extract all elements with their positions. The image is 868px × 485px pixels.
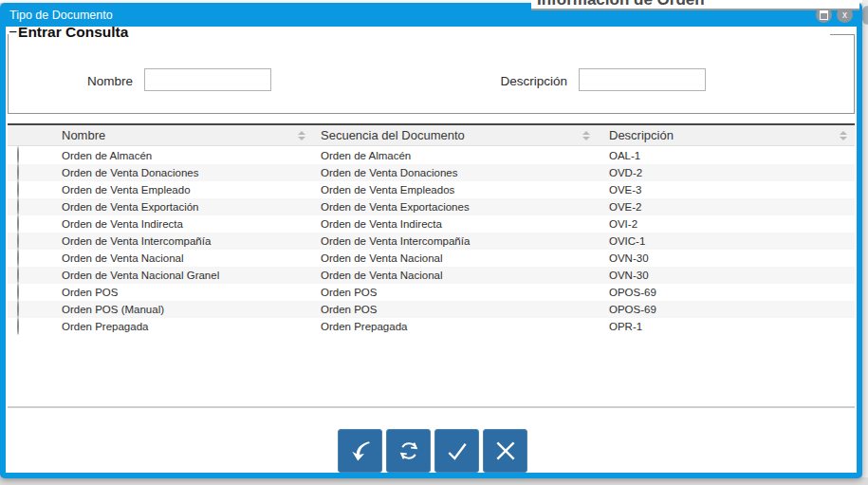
sort-icon[interactable] [582,131,590,140]
nombre-input[interactable] [144,68,271,91]
cell-nombre: Orden POS (Manual) [38,304,313,315]
cell-descripcion: OPOS-69 [598,287,855,298]
cell-nombre: Orden de Venta Donaciones [38,167,313,178]
cell-secuencia: Orden de Almacén [313,150,598,161]
cell-descripcion: OVD-2 [598,167,855,178]
table-body: Orden de Almacén Orden de Almacén OAL-1 … [8,147,855,335]
table-row[interactable]: Orden de Venta Nacional Orden de Venta N… [8,250,855,267]
nombre-label: Nombre [9,74,133,88]
row-radio-button[interactable] [17,249,19,267]
cell-secuencia: Orden POS [313,287,598,298]
row-radio-button[interactable] [17,300,19,318]
table-row[interactable]: Orden de Venta Indirecta Orden de Venta … [8,215,855,233]
cell-secuencia: Orden de Venta Intercompañía [313,235,598,247]
cell-descripcion: OVI-2 [598,218,855,230]
footer-buttons [338,429,527,473]
cell-secuencia: Orden de Venta Exportaciones [313,201,598,213]
document-type-dialog: Tipo de Documento x −Entrar Consulta Nom… [0,3,862,478]
cell-nombre: Orden de Venta Nacional Granel [38,270,313,281]
row-radio-button[interactable] [17,283,19,301]
row-radio-button[interactable] [17,215,19,233]
query-panel-title: Entrar Consulta [18,27,128,40]
cell-descripcion: OPR-1 [598,321,855,332]
cell-secuencia: Orden de Venta Nacional [313,270,598,281]
cell-descripcion: OVIC-1 [598,235,855,247]
cell-secuencia: Orden de Venta Donaciones [313,167,598,178]
cell-secuencia: Orden POS [313,304,598,315]
refresh-button[interactable] [386,429,431,473]
sort-icon[interactable] [298,131,305,140]
footer-separator [8,406,855,408]
cell-nombre: Orden de Venta Empleado [38,184,313,196]
column-header-descripcion[interactable]: Descripción [598,125,855,145]
cancel-button[interactable] [483,429,527,473]
table-row[interactable]: Orden de Venta Nacional Granel Orden de … [8,267,855,284]
table-row[interactable]: Orden POS Orden POS OPOS-69 [8,284,855,301]
table-header: Nombre Secuencia del Documento Descripci… [8,123,855,146]
maximize-icon [820,10,828,20]
row-radio-button[interactable] [17,317,19,335]
column-header-label: Nombre [38,128,105,142]
zoom-button[interactable] [338,429,382,473]
row-radio-button[interactable] [17,197,19,215]
descripcion-label: Descripción [416,74,567,88]
curved-arrow-down-icon [346,437,375,465]
background-window-title: Información de Orden [537,0,705,9]
close-icon: x [842,10,847,20]
cell-nombre: Orden de Venta Intercompañía [38,235,313,247]
background-scroll-chip [862,6,868,25]
row-radio-button[interactable] [17,232,19,250]
ok-button[interactable] [434,429,479,473]
table-row[interactable]: Orden de Venta Intercompañía Orden de Ve… [8,233,855,250]
background-window-bottom-edge [0,478,868,485]
screen: Información de Orden Tipo de Documento x… [0,0,868,485]
x-icon [490,436,521,466]
row-radio-button[interactable] [17,146,19,164]
cell-descripcion: OVE-2 [598,201,855,213]
query-groupbox: −Entrar Consulta Nombre Descripción [8,34,855,114]
dialog-content: −Entrar Consulta Nombre Descripción Nomb… [6,27,857,473]
cell-descripcion: OVN-30 [598,270,855,281]
cell-nombre: Orden de Venta Exportación [38,201,313,213]
column-header-label: Descripción [598,128,674,142]
cell-nombre: Orden de Almacén [38,150,313,161]
table-row[interactable]: Orden Prepagada Orden Prepagada OPR-1 [8,318,855,335]
table-row[interactable]: Orden de Almacén Orden de Almacén OAL-1 [8,147,855,164]
descripcion-input[interactable] [579,68,706,91]
cell-descripcion: OPOS-69 [598,304,855,315]
cell-nombre: Orden de Venta Indirecta [38,218,313,230]
cell-secuencia: Orden de Venta Empleados [313,184,598,196]
background-window-right-edge [862,0,868,477]
cell-descripcion: OVE-3 [598,184,855,196]
cell-secuencia: Orden de Venta Nacional [313,252,598,264]
refresh-icon [396,438,422,464]
table-row[interactable]: Orden POS (Manual) Orden POS OPOS-69 [8,301,855,318]
table-row[interactable]: Orden de Venta Donaciones Orden de Venta… [8,164,855,181]
collapse-icon[interactable]: − [9,27,17,40]
column-header-label: Secuencia del Documento [313,128,465,142]
cell-nombre: Orden de Venta Nacional [38,252,313,264]
column-header-secuencia[interactable]: Secuencia del Documento [313,125,598,145]
check-icon [442,436,472,466]
cell-secuencia: Orden de Venta Indirecta [313,218,598,230]
row-radio-button[interactable] [17,266,19,284]
table-row[interactable]: Orden de Venta Exportación Orden de Vent… [8,198,855,215]
cell-nombre: Orden Prepagada [38,321,313,332]
cell-descripcion: OAL-1 [598,150,855,161]
row-radio-button[interactable] [17,180,19,198]
cell-descripcion: OVN-30 [598,252,855,264]
background-window-peek: Información de Orden [531,0,859,10]
column-header-nombre[interactable]: Nombre [38,125,313,145]
row-radio-button[interactable] [17,163,19,181]
query-groupbox-legend[interactable]: −Entrar Consulta [9,27,830,45]
sort-icon[interactable] [840,131,847,140]
table-header-select [8,125,38,145]
table-row[interactable]: Orden de Venta Empleado Orden de Venta E… [8,181,855,198]
cell-secuencia: Orden Prepagada [313,321,598,332]
cell-nombre: Orden POS [38,287,313,298]
